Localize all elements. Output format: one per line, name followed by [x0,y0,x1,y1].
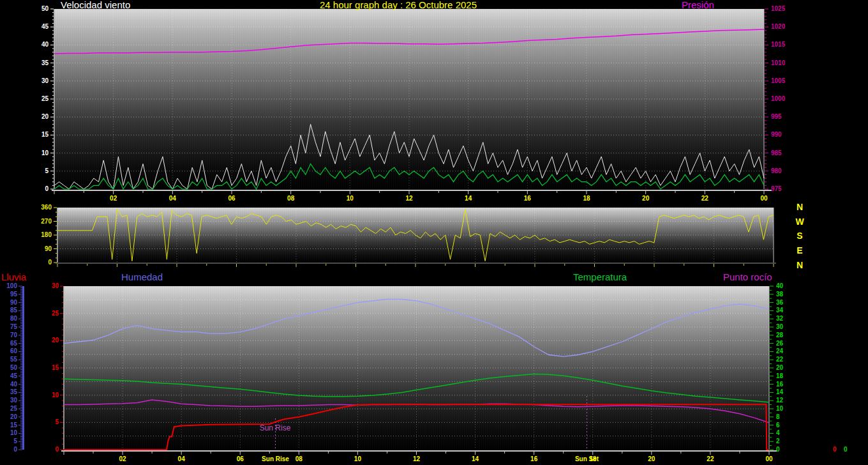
pressure-axis-label: 990 [771,132,782,138]
temp-axis-label: 36 [776,300,783,306]
humidity-axis-label: 35 [10,389,17,395]
wind-axis-label: 10 [41,150,49,156]
x-tick-label: 14 [465,195,472,202]
humidity-axis-label: 70 [10,332,17,339]
temp-axis-label: 22 [776,356,783,363]
humidity-axis-label: 90 [10,300,17,306]
pressure-axis-label: 1010 [771,60,785,66]
humidity-axis-label: 75 [10,324,17,330]
compass-letter: W [795,217,804,226]
compass-letter: E [797,246,802,255]
x-tick-label: 08 [287,195,294,202]
humidity-axis-label: 85 [10,307,17,314]
rain-axis-label: 0 [55,446,59,453]
pressure-title: Presión [682,0,714,11]
humidity-axis-label: 45 [10,373,17,379]
temp-axis-label: 30 [776,324,783,330]
x-tick-label: 02 [119,456,126,462]
weather-24h-graph: 0510152025303540455097598098599099510001… [0,0,868,465]
wind-axis-label: 40 [41,42,49,48]
compass-letter: N [797,261,803,270]
humidity-axis-label: 30 [10,397,17,404]
pressure-axis-label: 1025 [771,6,785,12]
humidity-axis-label: 60 [10,348,17,354]
humidity-axis-label: 80 [10,316,17,322]
pressure-axis-label: 1005 [771,78,785,84]
wind-speed-title: Velocidad viento [61,0,130,11]
x-tick-label: 04 [178,456,185,462]
temp-axis-label: 38 [776,291,783,298]
humidity-axis-label: 25 [10,406,17,412]
humidity-series-label: Humedad [121,272,163,283]
humidity-axis-label: 15 [10,422,17,429]
sunrise-annotation: Sun Rise [260,424,291,432]
rain-axis-label: 20 [52,337,59,344]
pressure-axis-label: 1015 [771,42,785,48]
dew-point-series-label: Punto rocío [723,272,772,283]
temp-axis-label: 18 [776,373,783,379]
wind-axis-label: 50 [41,6,49,12]
pressure-axis-label: 995 [771,114,782,120]
temp-axis-label: 28 [776,332,783,339]
humidity-axis-label: 20 [10,414,17,420]
x-tick-label: 22 [701,195,708,202]
humidity-axis-label: 95 [10,291,17,298]
pressure-axis-label: 1020 [771,24,785,30]
rain-axis-label: 25 [52,310,59,317]
rain-reset-value: 0 [833,446,837,453]
humidity-axis-label: 40 [10,381,17,388]
temp-axis-label: 14 [776,389,783,395]
x-tick-label: 12 [413,456,420,462]
x-tick-label: 18 [583,195,590,202]
x-tick-label: 02 [110,195,117,202]
temp-axis-label: 26 [776,340,783,347]
temp-axis-label: 32 [776,316,783,322]
direction-axis-label: 180 [41,232,52,238]
wind-axis-label: 0 [45,186,49,192]
x-tick-label: 16 [524,195,531,202]
temp-axis-label: 24 [776,348,783,354]
humidity-axis-label: 0 [13,446,17,453]
direction-axis-label: 90 [45,246,52,252]
humidity-axis-label: 65 [10,340,17,347]
pressure-axis-label: 1000 [771,96,785,102]
temp-axis-label: 10 [776,406,783,412]
temp-axis-label: 34 [776,307,783,314]
humidity-axis-bar [22,286,24,450]
direction-axis-label: 360 [41,204,52,211]
x-tick-label: 20 [648,456,655,462]
pressure-axis-label: 985 [771,150,782,156]
sunset-axis-label: Sun Set [575,456,599,462]
temp-axis-label: 8 [776,414,780,420]
wind-axis-label: 35 [41,60,49,66]
x-tick-label: 14 [472,456,479,462]
humidity-axis-label: 50 [10,365,17,371]
x-tick-label: 12 [405,195,412,202]
humidity-axis-label: 5 [13,438,17,445]
temp-axis-label: 40 [776,283,783,289]
graph-date-title: 24 hour graph day : 26 Octubre 2025 [320,0,477,11]
rain-series-label: Lluvia [1,272,26,283]
pressure-axis-label: 980 [771,168,782,174]
temp-axis-end-value: 0 [844,446,848,453]
humidity-axis-label: 100 [6,283,17,289]
direction-axis-label: 270 [41,218,52,225]
x-tick-label: 06 [237,456,244,462]
temp-axis-label: 0 [776,446,780,453]
temp-axis-label: 20 [776,365,783,371]
rain-axis-label: 15 [52,365,59,371]
x-tick-label: 00 [765,456,772,462]
pressure-axis-label: 975 [771,186,782,192]
wind-axis-label: 15 [41,132,49,138]
temp-axis-label: 2 [776,438,780,445]
x-tick-label: 16 [530,456,537,462]
chart-overlay [0,0,868,465]
temp-axis-label: 16 [776,381,783,388]
temp-axis-label: 6 [776,422,780,429]
humidity-axis-label: 55 [10,356,17,363]
temperature-series-label: Temperatura [573,272,627,283]
x-tick-label: 20 [642,195,649,202]
x-tick-label: 08 [296,456,303,462]
x-tick-label: 04 [169,195,176,202]
compass-letter: N [797,202,803,211]
